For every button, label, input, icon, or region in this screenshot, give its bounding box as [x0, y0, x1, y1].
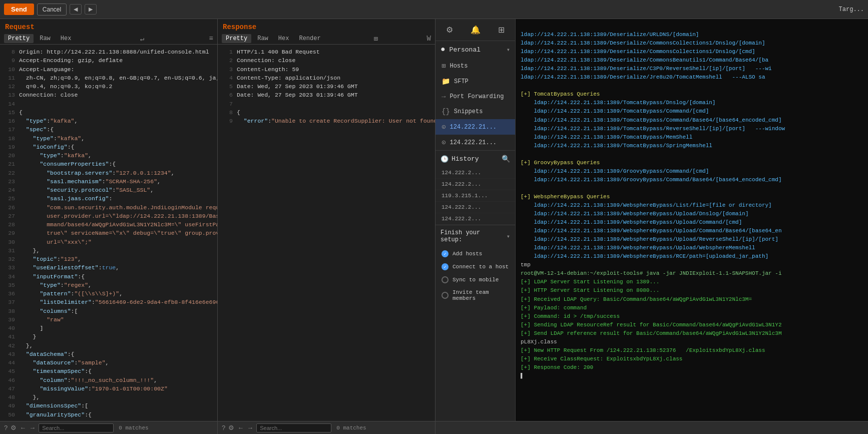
port-forwarding-icon: →: [442, 93, 446, 101]
burp-top-icons: ⚙ 🔔 ⊞: [436, 19, 515, 41]
terminal-status-bar: [436, 421, 868, 434]
history-item-2[interactable]: 124.222.2...: [436, 179, 515, 190]
left-status-bar: ? ⚙ ← → 0 matches: [0, 421, 218, 434]
main-content: Request Pretty Raw Hex ↵ ≡ 8Origin: http…: [0, 19, 868, 421]
response-title: Response: [218, 19, 435, 33]
history-icon: 🕒: [441, 155, 449, 163]
request-code-area: 8Origin: http://124.222.21.138:8888/unif…: [0, 45, 217, 421]
personal-section: ● Personal ▾ ⊞ Hosts 📁 SFTP → Port Forwa…: [436, 41, 515, 150]
sidebar-item-sftp[interactable]: 📁 SFTP: [436, 74, 515, 89]
invite-team-label: Invite team members: [453, 289, 509, 301]
cancel-button[interactable]: Cancel: [37, 4, 67, 16]
snippets-icon: {}: [442, 108, 450, 116]
right-next-button[interactable]: →: [247, 424, 253, 431]
sync-mobile-check-icon: [442, 276, 449, 283]
history-item-4[interactable]: 124.222.2...: [436, 202, 515, 213]
left-next-button[interactable]: →: [29, 424, 36, 431]
personal-label: Personal: [450, 46, 481, 54]
left-help-button[interactable]: ?: [4, 424, 8, 431]
sidebar-item-port-forwarding[interactable]: → Port Forwarding: [436, 89, 515, 104]
nav-back-button[interactable]: ◀: [70, 4, 82, 15]
connect-host-check-icon: ✓: [442, 263, 449, 270]
tab-request-pretty[interactable]: Pretty: [4, 34, 34, 43]
active-host-1-label: 124.222.21...: [450, 124, 497, 131]
setup-item-sync-mobile: Sync to mobile: [436, 273, 515, 286]
tab-response-raw[interactable]: Raw: [253, 34, 272, 43]
notifications-icon-button[interactable]: 🔔: [469, 23, 483, 37]
sync-mobile-label: Sync to mobile: [453, 277, 499, 283]
personal-chevron-icon: ▾: [507, 46, 510, 54]
setup-item-add-hosts: ✓ Add hosts: [436, 247, 515, 260]
add-hosts-check-icon: ✓: [442, 250, 449, 257]
history-label: History: [452, 155, 479, 163]
right-status-bar: ? ⚙ ← → 0 matches: [218, 421, 436, 434]
sftp-label: SFTP: [454, 78, 469, 85]
response-wrap-icon[interactable]: ⊞: [373, 35, 377, 43]
send-button[interactable]: Send: [4, 4, 34, 15]
request-panel: Request Pretty Raw Hex ↵ ≡ 8Origin: http…: [0, 19, 218, 421]
tab-response-pretty[interactable]: Pretty: [222, 34, 251, 43]
right-prev-button[interactable]: ←: [237, 424, 244, 431]
finish-setup-label: Finish your setup:: [441, 229, 505, 243]
response-tab-bar: Pretty Raw Hex Render ⊞ W: [218, 33, 435, 45]
response-code-area: 1HTTP/1.1 400 Bad Request 2Connection: c…: [218, 45, 435, 421]
sidebar-item-snippets[interactable]: {} Snippets: [436, 104, 515, 119]
right-search-input[interactable]: [256, 423, 331, 432]
request-tab-bar: Pretty Raw Hex ↵ ≡: [0, 33, 217, 45]
active-host-2-label: 124.222.21...: [450, 139, 497, 146]
finish-setup-chevron-icon: ▾: [507, 233, 510, 240]
setup-item-invite-team: Invite team members: [436, 286, 515, 304]
person-icon: ●: [441, 45, 446, 54]
left-search-input[interactable]: [39, 423, 114, 432]
left-prev-button[interactable]: ←: [20, 424, 26, 431]
nav-forward-button[interactable]: ▶: [85, 4, 97, 15]
left-matches-count: 0 matches: [119, 425, 148, 431]
request-wrap-icon[interactable]: ↵: [140, 35, 144, 43]
history-section-header: 🕒 History 🔍: [436, 150, 515, 167]
active-host-1[interactable]: ⊙ 124.222.21...: [436, 119, 515, 135]
snippets-label: Snippets: [454, 108, 483, 115]
top-toolbar: Send Cancel ◀ ▶ Targ...: [0, 0, 868, 19]
layout-icon-button[interactable]: ⊞: [496, 23, 507, 37]
burp-sidebar: ⚙ 🔔 ⊞ ● Personal ▾ ⊞ Hosts 📁 SFTP → Port: [436, 19, 516, 421]
hosts-icon: ⊞: [442, 62, 446, 70]
target-label: Targ...: [839, 6, 864, 13]
terminal-output: ldap://124.222.21.138:1389/Deserialize/U…: [516, 19, 868, 421]
personal-section-header[interactable]: ● Personal ▾: [436, 41, 515, 58]
tab-response-hex[interactable]: Hex: [274, 34, 293, 43]
settings-icon-button[interactable]: ⚙: [444, 23, 455, 37]
history-item-1[interactable]: 124.222.2...: [436, 167, 515, 179]
setup-item-connect-host: ✓ Connect to a host: [436, 260, 515, 273]
tab-request-hex[interactable]: Hex: [57, 34, 76, 43]
left-settings-button[interactable]: ⚙: [11, 424, 17, 431]
right-help-button[interactable]: ?: [222, 424, 225, 431]
connect-host-label: Connect to a host: [453, 264, 509, 270]
request-title: Request: [0, 19, 217, 33]
terminal-panel: ldap://124.222.21.138:1389/Deserialize/U…: [516, 19, 868, 421]
active-host-1-icon: ⊙: [442, 123, 446, 131]
active-host-2[interactable]: ⊙ 124.222.21...: [436, 135, 515, 150]
response-panel: Response Pretty Raw Hex Render ⊞ W 1HTTP…: [218, 19, 436, 421]
port-forwarding-label: Port Forwarding: [450, 93, 504, 100]
request-menu-icon[interactable]: ≡: [209, 35, 213, 43]
sftp-icon: 📁: [442, 77, 450, 86]
active-host-2-icon: ⊙: [442, 138, 446, 147]
history-search-icon[interactable]: 🔍: [502, 155, 510, 163]
sidebar-item-hosts[interactable]: ⊞ Hosts: [436, 58, 515, 74]
response-menu-icon[interactable]: W: [427, 35, 431, 43]
add-hosts-label: Add hosts: [453, 251, 482, 257]
finish-setup-section[interactable]: Finish your setup: ▾: [436, 225, 515, 247]
hosts-label: Hosts: [450, 63, 468, 70]
right-matches-count: 0 matches: [336, 425, 366, 431]
history-item-3[interactable]: 119.3.215.1...: [436, 190, 515, 202]
tab-request-raw[interactable]: Raw: [36, 34, 55, 43]
right-settings-button[interactable]: ⚙: [228, 424, 234, 431]
tab-response-render[interactable]: Render: [295, 34, 324, 43]
history-item-5[interactable]: 124.222.2...: [436, 213, 515, 225]
status-bars: ? ⚙ ← → 0 matches ? ⚙ ← → 0 matches: [0, 421, 868, 434]
invite-team-check-icon: [442, 292, 449, 299]
